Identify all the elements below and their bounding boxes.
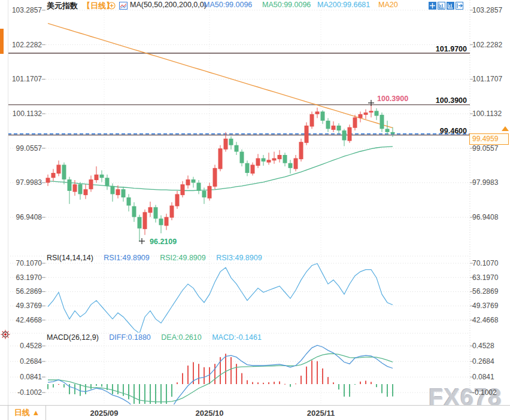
ma-settings-label: MA(50,50,200,200,0,0) (130, 1, 207, 9)
rsi-axis-label: 56.2869 (472, 287, 498, 296)
macd-axis-label: -0.1002 (7, 388, 42, 397)
dea-value: DEA:0.2610 (161, 333, 201, 342)
macd-panel-header: MACD(26,12,9) DIFF:0.1880 DEA:0.2610 MAC… (47, 333, 270, 342)
diff-value: DIFF:0.1880 (109, 333, 150, 342)
macd-axis-label: 0.0841 (472, 373, 494, 381)
macd-axis-label: 0.2684 (7, 357, 42, 366)
bar-chart-icon[interactable] (447, 2, 454, 10)
price-axis-label: 102.2282 (7, 41, 42, 49)
level-price-label: 101.9700 (425, 45, 467, 53)
chart-window: FX678 美元指数 【日线】 MA(50,5 (0, 0, 510, 420)
rsi-axis-label: 42.4668 (472, 316, 498, 324)
mini-chart-icon[interactable] (119, 2, 128, 10)
macd-axis-label: -0.1002 (472, 388, 497, 397)
x-axis-label-sep: 2025/09 (86, 409, 122, 418)
price-axis-label: 100.1132 (472, 109, 502, 118)
exit-panel-icon[interactable] (456, 2, 463, 10)
price-axis-label: 101.1707 (472, 75, 502, 83)
macd-axis-label: 0.4528 (7, 342, 42, 350)
bottom-time-bar: 日线 ▲ 2025/09 2025/10 2025/11 (0, 405, 510, 420)
price-axis-label: 99.0557 (7, 144, 42, 153)
add-indicator-icon[interactable] (108, 2, 116, 10)
rsi-axis-label: 42.4668 (7, 316, 42, 324)
rsi-axis-label: 49.3769 (7, 302, 42, 310)
period-selector[interactable]: 日线 ▲ (8, 406, 46, 420)
macd-axis-label: 0.2684 (472, 357, 494, 366)
x-axis-label-oct: 2025/10 (192, 409, 227, 418)
rsi-axis-label: 49.3769 (472, 302, 498, 310)
low-price-annotation: 96.2109 (150, 238, 177, 246)
current-price-badge: 99.4959 (469, 133, 509, 145)
macd-axis-label: 0.0841 (7, 373, 42, 381)
macd-axis-label: 0.4528 (472, 342, 494, 350)
axis-scale-icon[interactable] (438, 2, 445, 10)
period-label: 日线 (14, 408, 30, 417)
rsi-axis-label: 56.2869 (7, 287, 42, 296)
chart-toolbar (429, 2, 463, 10)
price-axis-label: 101.1707 (7, 75, 42, 83)
macd-value: MACD:-0.1461 (212, 333, 262, 342)
rsi-axis-label: 70.1070 (472, 259, 498, 267)
ma50-value-1: MA50:99.0096 (204, 1, 252, 9)
price-axis-label: 99.0557 (472, 144, 498, 153)
price-axis-label: 100.1132 (7, 109, 42, 118)
sun-indicator-icon[interactable] (1, 330, 10, 339)
rsi-axis-label: 70.1070 (7, 259, 42, 267)
rsi2-value: RSI2:49.8909 (160, 254, 205, 262)
level-price-label: 100.3900 (425, 96, 467, 105)
period-up-arrow-icon: ▲ (32, 408, 40, 417)
rsi-panel-header: RSI(14,14,14) RSI1:49.8909 RSI2:49.8909 … (47, 254, 271, 262)
crosshair-move-icon[interactable] (429, 2, 436, 10)
macd-title: MACD(26,12,9) (47, 333, 99, 342)
price-axis-label: 96.9408 (472, 213, 498, 221)
ma50-value-2: MA50:99.0096 (262, 1, 311, 9)
level-price-label: 99.4600 (425, 127, 467, 135)
x-axis-label-nov: 2025/11 (303, 409, 339, 418)
price-axis-label: 97.9983 (7, 178, 42, 187)
chart-canvas[interactable] (0, 0, 510, 420)
price-axis-label: 96.9408 (7, 213, 42, 221)
rsi-title: RSI(14,14,14) (47, 254, 93, 262)
price-axis-label: 102.2282 (472, 41, 502, 49)
high-price-annotation: 100.3900 (377, 95, 408, 103)
rsi3-value: RSI3:49.8909 (216, 254, 262, 262)
symbol-title: 美元指数 (47, 1, 78, 11)
ma200-value: MA200:99.6681 (317, 1, 370, 9)
price-up-arrow-icon (502, 126, 509, 131)
rsi1-value: RSI1:49.8909 (104, 254, 149, 262)
price-axis-label: 97.9983 (472, 178, 498, 187)
sidebar-highlight-bar (0, 29, 4, 54)
rsi-axis-label: 63.1970 (472, 273, 498, 282)
rsi-axis-label: 63.1970 (7, 273, 42, 282)
ma20-label: MA20 (378, 1, 398, 9)
